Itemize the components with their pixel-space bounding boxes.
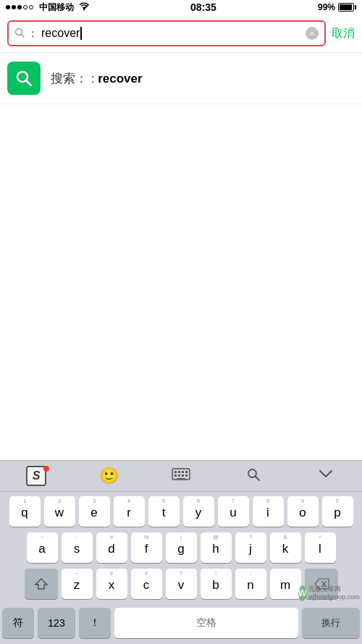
key-b[interactable]: !b [201, 569, 232, 599]
svg-rect-11 [178, 474, 180, 477]
key-e[interactable]: 3e [79, 496, 110, 527]
emoji-icon: 🙂 [99, 467, 119, 485]
key-w[interactable]: 2w [44, 496, 75, 527]
suggestion-text: 搜索： : recover [51, 70, 143, 87]
bottom-row: 符 123 ！ 空格 换行 [0, 608, 362, 644]
key-y[interactable]: 6y [183, 496, 214, 527]
svg-rect-9 [185, 471, 188, 473]
key-j[interactable]: ?j [235, 532, 266, 563]
keyboard-icon [172, 468, 190, 485]
key-q[interactable]: 1q [9, 496, 41, 527]
watermark: W 无极安卓网wjhotelgroup.com [298, 583, 356, 603]
svg-line-2 [22, 34, 25, 37]
battery-percentage: 99% [318, 2, 335, 12]
search-box[interactable]: ： recover × [7, 20, 326, 46]
key-x[interactable]: #x [96, 569, 127, 599]
svg-rect-7 [178, 471, 180, 473]
search-icon-green [7, 62, 41, 95]
status-left: 中国移动 [6, 1, 89, 14]
search-toolbar-button[interactable] [237, 463, 269, 489]
svg-rect-5 [172, 469, 190, 480]
wifi-icon [79, 2, 89, 13]
key-f[interactable]: %f [131, 532, 162, 563]
svg-rect-14 [177, 478, 185, 480]
return-key[interactable]: 换行 [302, 608, 360, 638]
status-time: 08:35 [190, 1, 216, 13]
key-s[interactable]: -s [62, 532, 93, 563]
symbol-key[interactable]: 符 [2, 608, 34, 638]
punct-key[interactable]: ！ [79, 608, 111, 638]
carrier-label: 中国移动 [39, 1, 74, 14]
key-o[interactable]: 9o [287, 496, 319, 527]
svg-line-4 [27, 81, 32, 86]
svg-rect-10 [174, 474, 177, 477]
key-d[interactable]: #d [96, 532, 127, 563]
keyboard-switch-button[interactable] [165, 463, 197, 489]
status-bar: 中国移动 08:35 99% [0, 0, 362, 14]
search-toolbar-icon [246, 467, 261, 485]
status-right: 99% [318, 2, 356, 12]
search-suggestion[interactable]: 搜索： : recover [0, 53, 362, 104]
key-h[interactable]: @h [201, 532, 232, 563]
keyboard-toolbar: S 🙂 [0, 460, 362, 492]
key-k[interactable]: &k [270, 532, 301, 563]
main-content [0, 104, 362, 336]
shift-key[interactable] [25, 569, 58, 599]
cancel-button[interactable]: 取消 [332, 26, 355, 41]
hide-keyboard-icon [318, 468, 334, 484]
key-l[interactable]: *l [305, 532, 336, 563]
search-area: ： recover × 取消 [0, 14, 362, 53]
key-row-1: 1q 2w 3e 4r 5t 6y 7u 8i 9o 0p [2, 496, 360, 527]
svg-line-16 [256, 477, 260, 481]
search-input-value[interactable]: recover [41, 27, 303, 40]
svg-rect-13 [185, 474, 188, 477]
key-u[interactable]: 7u [218, 496, 249, 527]
key-r[interactable]: 4r [114, 496, 145, 527]
key-t[interactable]: 5t [148, 496, 180, 527]
search-colon: ： [28, 27, 38, 41]
svg-rect-8 [182, 471, 184, 473]
hide-keyboard-button[interactable] [310, 463, 342, 489]
key-m[interactable]: .m [270, 569, 301, 599]
sogou-button[interactable]: S [20, 463, 52, 489]
key-p[interactable]: 0p [322, 496, 353, 527]
key-v[interactable]: ?v [166, 569, 197, 599]
battery-icon [338, 3, 356, 12]
key-g[interactable]: (g [166, 532, 197, 563]
notification-dot [43, 466, 49, 472]
emoji-button[interactable]: 🙂 [93, 463, 125, 489]
space-label: 空格 [196, 616, 216, 630]
key-c[interactable]: #c [131, 569, 162, 599]
key-n[interactable]: ,n [235, 569, 266, 599]
key-row-2: ~a -s #d %f (g @h ?j &k *l [2, 532, 360, 563]
svg-point-0 [83, 8, 85, 9]
clear-button[interactable]: × [306, 27, 319, 40]
svg-rect-12 [182, 474, 184, 477]
search-icon-small [14, 28, 25, 40]
key-a[interactable]: ~a [27, 532, 58, 563]
key-z[interactable]: ~z [62, 569, 93, 599]
number-toggle-key[interactable]: 123 [38, 608, 75, 638]
svg-rect-6 [174, 471, 177, 473]
keyboard-area: S 🙂 [0, 460, 362, 644]
space-key[interactable]: 空格 [114, 608, 298, 638]
key-i[interactable]: 8i [253, 496, 284, 527]
